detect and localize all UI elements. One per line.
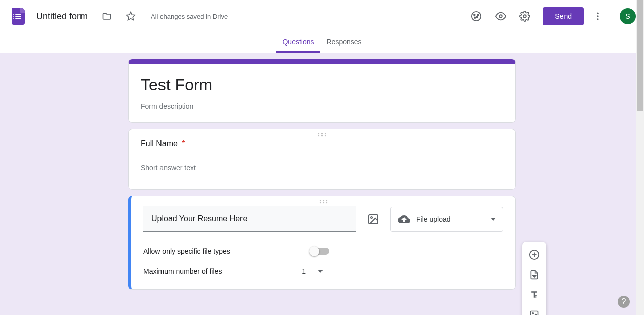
question-title-input[interactable] [143,206,356,232]
scrollbar-thumb[interactable] [637,0,643,111]
send-button[interactable]: Send [543,7,584,25]
customize-theme-icon[interactable] [466,6,487,26]
svg-point-9 [597,15,598,17]
option-max-files-label: Maximum number of files [143,267,222,275]
add-question-icon[interactable] [525,246,543,264]
move-to-folder-icon[interactable] [97,6,117,26]
add-title-icon[interactable] [525,286,543,304]
question-label[interactable]: Full Name * [141,139,503,148]
svg-point-15 [321,135,323,136]
question-type-label: File upload [416,215,485,223]
app-header: Untitled form All changes saved in Drive… [0,0,644,32]
svg-point-5 [477,16,478,18]
svg-rect-28 [531,311,538,316]
floating-toolbar [522,242,546,315]
dropdown-arrow-icon [491,218,496,221]
svg-point-20 [319,202,320,203]
svg-point-3 [478,14,479,16]
max-files-select[interactable]: 1 [302,267,323,275]
save-status: All changes saved in Drive [151,13,228,20]
question-card[interactable]: Full Name * Short answer text [128,129,516,190]
question-card-active[interactable]: File upload Allow only specific file typ… [128,196,516,290]
svg-point-21 [323,202,324,203]
svg-point-2 [474,14,475,16]
svg-point-29 [532,313,534,314]
svg-point-24 [371,217,372,218]
svg-point-14 [318,135,319,136]
preview-icon[interactable] [491,6,511,26]
svg-point-8 [597,13,598,14]
svg-point-7 [524,15,527,18]
specific-types-toggle[interactable] [310,248,329,255]
star-icon[interactable] [121,6,141,26]
svg-marker-0 [127,12,135,20]
svg-point-10 [597,18,598,20]
question-label-text: Full Name [141,139,178,148]
short-answer-placeholder: Short answer text [141,164,322,175]
form-description[interactable]: Form description [141,102,503,110]
drag-handle-icon[interactable] [317,132,327,137]
form-header-card[interactable]: Test Form Form description [128,59,516,123]
import-questions-icon[interactable] [525,266,543,284]
svg-point-6 [500,15,503,18]
svg-point-4 [474,17,476,18]
editor-tabs: Questions Responses [0,32,644,53]
svg-point-22 [326,202,327,203]
svg-point-11 [318,133,319,134]
option-specific-types-label: Allow only specific file types [143,247,230,255]
tab-questions[interactable]: Questions [276,32,320,53]
cloud-upload-icon [398,213,410,225]
settings-icon[interactable] [515,6,535,26]
more-options-icon[interactable] [588,6,608,26]
svg-point-13 [325,133,326,134]
add-image-toolbar-icon[interactable] [525,306,543,315]
svg-point-18 [323,200,324,201]
question-type-select[interactable]: File upload [390,207,503,232]
account-avatar[interactable]: S [620,8,636,24]
dropdown-arrow-icon [318,270,323,273]
add-image-icon[interactable] [364,210,382,228]
drag-handle-icon[interactable] [318,199,329,204]
svg-point-19 [326,200,327,201]
svg-point-16 [325,135,326,136]
app-logo[interactable] [8,6,28,26]
tab-responses[interactable]: Responses [320,32,368,53]
svg-point-17 [319,200,320,201]
max-files-value: 1 [302,267,306,275]
document-title[interactable]: Untitled form [36,11,88,22]
help-icon[interactable]: ? [618,296,630,308]
svg-point-1 [472,12,481,21]
form-canvas: Test Form Form description Full Name * S… [0,53,644,315]
required-mark: * [182,139,185,148]
vertical-scrollbar[interactable] [636,0,644,315]
svg-point-12 [321,133,323,134]
form-title[interactable]: Test Form [141,75,503,94]
